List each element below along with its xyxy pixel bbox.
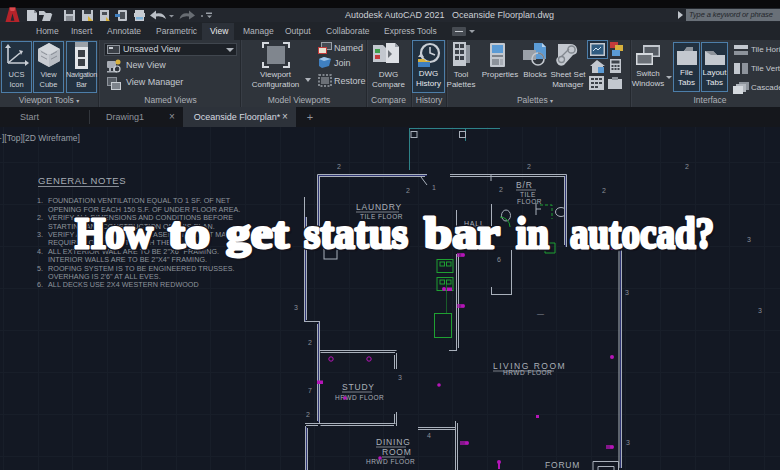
- svg-text:autocad?: autocad?: [570, 209, 714, 258]
- svg-text:in: in: [516, 209, 549, 258]
- svg-text:status: status: [304, 209, 408, 258]
- svg-text:to: to: [168, 209, 210, 258]
- svg-text:get: get: [226, 209, 289, 258]
- svg-text:How: How: [75, 209, 153, 258]
- svg-text:bar: bar: [424, 209, 500, 258]
